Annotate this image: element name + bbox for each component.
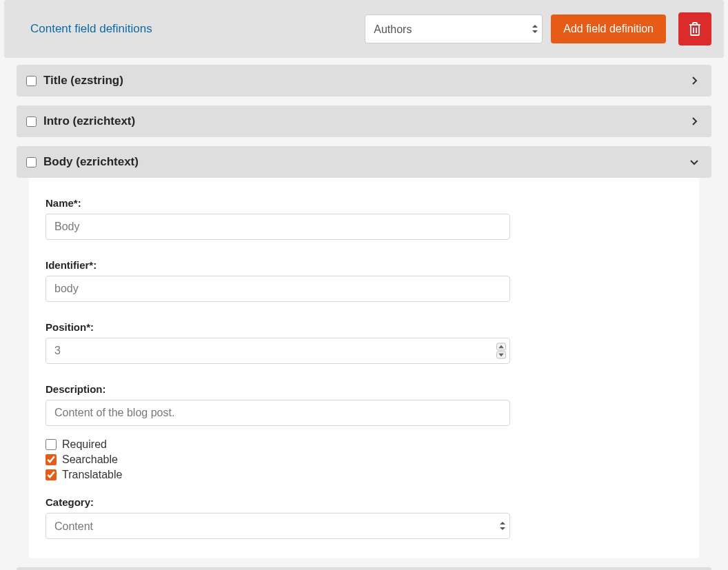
field-checkbox[interactable] — [26, 116, 37, 127]
field-body-panel: Name*: Identifier*: Position*: — [29, 178, 699, 558]
translatable-checkbox[interactable] — [46, 469, 57, 480]
identifier-input[interactable] — [46, 276, 510, 302]
chevron-down-icon — [689, 157, 699, 167]
field-type-select[interactable]: Authors — [365, 14, 543, 43]
chevron-right-icon — [689, 76, 699, 85]
category-select[interactable]: Content — [46, 513, 510, 539]
position-step-down[interactable] — [496, 352, 506, 359]
field-row-image[interactable]: Image (ezimage) — [17, 567, 711, 570]
field-title: Body (ezrichtext) — [43, 155, 682, 169]
position-step-up[interactable] — [496, 343, 506, 351]
section-header: Content field definitions Authors Add fi… — [4, 0, 724, 58]
name-input[interactable] — [46, 214, 510, 240]
field-row-intro[interactable]: Intro (ezrichtext) — [17, 105, 711, 137]
position-input[interactable] — [46, 338, 510, 364]
chevron-right-icon — [689, 116, 699, 126]
section-title: Content field definitions — [30, 22, 356, 36]
field-row-title[interactable]: Title (ezstring) — [17, 65, 711, 96]
position-label: Position*: — [46, 321, 682, 333]
searchable-checkbox[interactable] — [46, 454, 57, 465]
identifier-label: Identifier*: — [46, 259, 682, 271]
description-label: Description: — [46, 383, 682, 395]
translatable-label: Translatable — [62, 469, 122, 481]
required-label: Required — [62, 438, 107, 451]
add-field-definition-button[interactable]: Add field definition — [551, 14, 666, 43]
trash-icon — [688, 21, 702, 37]
accordion-list: Title (ezstring) Intro (ezrichtext) Body… — [4, 58, 724, 570]
delete-button[interactable] — [678, 12, 711, 45]
name-label: Name*: — [46, 197, 682, 209]
category-label: Category: — [46, 496, 682, 508]
field-checkbox[interactable] — [26, 157, 37, 167]
field-title: Title (ezstring) — [43, 74, 682, 88]
searchable-label: Searchable — [62, 454, 118, 466]
required-checkbox[interactable] — [46, 439, 57, 450]
description-input[interactable] — [46, 400, 510, 426]
field-row-body[interactable]: Body (ezrichtext) — [17, 146, 711, 178]
field-title: Intro (ezrichtext) — [43, 114, 682, 128]
field-checkbox[interactable] — [26, 76, 37, 86]
